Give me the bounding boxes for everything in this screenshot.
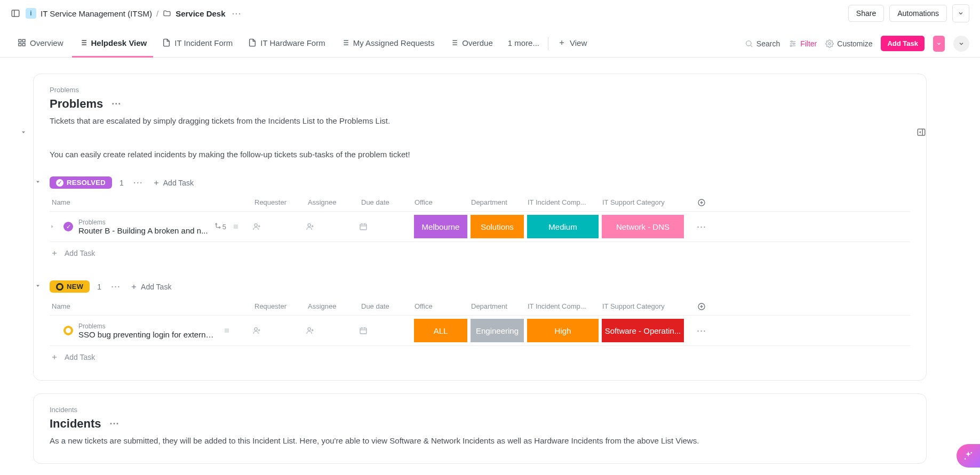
- list-icon: [340, 38, 350, 47]
- office-chip[interactable]: ALL: [414, 319, 467, 342]
- add-task-button[interactable]: Add Task: [881, 36, 925, 51]
- plus-icon: [50, 352, 59, 362]
- card-collapse-caret[interactable]: [19, 127, 28, 137]
- tab-overview[interactable]: Overview: [11, 30, 70, 58]
- svg-line-21: [751, 45, 752, 47]
- col-assignee[interactable]: Assignee: [306, 198, 359, 207]
- add-task-row[interactable]: Add Task: [50, 346, 910, 368]
- add-task-row-label: Add Task: [65, 353, 95, 361]
- resolved-count: 1: [119, 179, 124, 187]
- new-more-icon[interactable]: ···: [109, 281, 123, 292]
- expand-icon[interactable]: [50, 224, 58, 229]
- more-menu-button[interactable]: [953, 36, 969, 52]
- incidents-label: Incidents: [50, 406, 910, 414]
- requester-cell[interactable]: [252, 326, 306, 335]
- col-dept[interactable]: Department: [469, 302, 525, 311]
- svg-point-23: [791, 41, 793, 42]
- tab-overdue[interactable]: Overdue: [443, 30, 499, 58]
- drag-icon[interactable]: [232, 222, 240, 231]
- tab-incident-form[interactable]: IT Incident Form: [155, 30, 239, 58]
- col-name[interactable]: Name: [50, 198, 252, 207]
- tab-helpdesk[interactable]: Helpdesk View: [72, 30, 154, 58]
- col-requester[interactable]: Requester: [252, 198, 306, 207]
- cat-chip[interactable]: Software - Operatin...: [602, 319, 684, 342]
- dept-chip[interactable]: Solutions: [471, 215, 524, 238]
- row-more-icon[interactable]: ···: [695, 325, 708, 336]
- group-new-head: NEW 1 ··· Add Task: [50, 280, 910, 293]
- table-row[interactable]: Problems SSO bug preventing login for ex…: [50, 316, 910, 346]
- group-new: NEW 1 ··· Add Task Name Requester Assign…: [50, 280, 910, 368]
- add-task-chevron[interactable]: [933, 36, 945, 52]
- group-caret[interactable]: [35, 283, 41, 289]
- problems-desc1: Tickets that are escalated by simply dra…: [50, 115, 910, 127]
- svg-marker-38: [51, 225, 53, 228]
- col-comp[interactable]: IT Incident Comp...: [525, 302, 600, 311]
- status-resolved-pill[interactable]: ✓ RESOLVED: [50, 176, 112, 189]
- share-button[interactable]: Share: [848, 5, 884, 22]
- tab-my-assigned[interactable]: My Assigned Requests: [334, 30, 441, 58]
- breadcrumb-current[interactable]: Service Desk: [176, 9, 225, 18]
- requester-cell[interactable]: [252, 222, 306, 231]
- panel-toggle-icon[interactable]: [917, 127, 926, 137]
- svg-point-40: [219, 227, 220, 228]
- add-task-row-label: Add Task: [65, 249, 95, 257]
- drag-icon[interactable]: [222, 326, 231, 335]
- office-chip[interactable]: Melbourne: [414, 215, 467, 238]
- info-icon: i: [26, 8, 36, 19]
- incidents-desc: As a new tickets are submitted, they wil…: [50, 435, 910, 447]
- due-cell[interactable]: [359, 222, 412, 231]
- fab-ai-button[interactable]: [957, 444, 980, 468]
- assignee-cell[interactable]: [306, 326, 359, 335]
- due-cell[interactable]: [359, 326, 412, 335]
- dept-chip[interactable]: Engineering: [471, 319, 524, 342]
- new-add-task[interactable]: Add Task: [130, 283, 171, 291]
- resolved-add-task[interactable]: Add Task: [153, 179, 194, 187]
- svg-rect-2: [19, 39, 21, 42]
- filter-button[interactable]: Filter: [788, 39, 817, 48]
- col-dept[interactable]: Department: [469, 198, 525, 207]
- col-due[interactable]: Due date: [359, 198, 412, 207]
- group-resolved-head: ✓ RESOLVED 1 ··· Add Task: [50, 176, 910, 189]
- col-cat[interactable]: IT Support Category: [600, 198, 686, 207]
- subtask-count[interactable]: 5: [213, 223, 226, 231]
- comp-chip[interactable]: High: [527, 319, 599, 342]
- col-office[interactable]: Office: [412, 198, 469, 207]
- problems-more-icon[interactable]: ···: [109, 99, 123, 110]
- automations-button[interactable]: Automations: [889, 5, 947, 22]
- tab-hardware-form[interactable]: IT Hardware Form: [241, 30, 331, 58]
- cat-chip[interactable]: Network - DNS: [602, 215, 684, 238]
- table-row[interactable]: ✓ Problems Router B - Building A broken …: [50, 212, 910, 242]
- col-cat[interactable]: IT Support Category: [600, 302, 686, 311]
- incidents-more-icon[interactable]: ···: [108, 418, 122, 430]
- user-plus-icon: [252, 326, 261, 335]
- sidebar-toggle-icon[interactable]: [11, 9, 20, 18]
- search-button[interactable]: Search: [745, 39, 780, 48]
- tab-more[interactable]: 1 more...: [501, 30, 546, 58]
- tab-hardware-form-label: IT Hardware Form: [260, 38, 325, 47]
- comp-chip[interactable]: Medium: [527, 215, 599, 238]
- incidents-card: Incidents Incidents ··· As a new tickets…: [33, 393, 927, 464]
- breadcrumb-more-icon[interactable]: ···: [230, 8, 244, 19]
- customize-label: Customize: [837, 39, 872, 48]
- tab-view-label: View: [570, 38, 587, 47]
- resolved-more-icon[interactable]: ···: [131, 177, 145, 188]
- col-office[interactable]: Office: [412, 302, 469, 311]
- add-column-button[interactable]: [686, 302, 718, 311]
- col-comp[interactable]: IT Incident Comp...: [525, 198, 600, 207]
- breadcrumb-workspace[interactable]: IT Service Management (ITSM): [41, 9, 152, 18]
- col-assignee[interactable]: Assignee: [306, 302, 359, 311]
- assignee-cell[interactable]: [306, 222, 359, 231]
- add-task-row[interactable]: Add Task: [50, 242, 910, 264]
- calendar-icon: [359, 326, 368, 335]
- row-more-icon[interactable]: ···: [695, 221, 708, 232]
- col-requester[interactable]: Requester: [252, 302, 306, 311]
- automations-chevron[interactable]: [952, 4, 969, 22]
- add-column-button[interactable]: [686, 198, 718, 207]
- tab-add-view[interactable]: View: [551, 30, 593, 58]
- col-name[interactable]: Name: [50, 302, 252, 311]
- status-new-pill[interactable]: NEW: [50, 280, 90, 293]
- breadcrumb-sep: /: [156, 9, 158, 18]
- group-caret[interactable]: [35, 179, 41, 185]
- customize-button[interactable]: Customize: [825, 39, 872, 48]
- col-due[interactable]: Due date: [359, 302, 412, 311]
